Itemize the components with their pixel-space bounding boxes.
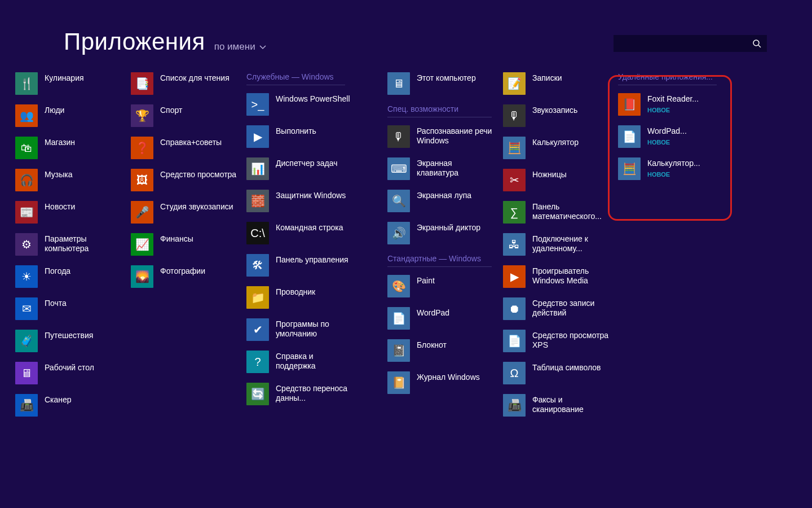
app-tile[interactable]: 📑Список для чтения bbox=[131, 72, 246, 104]
app-label: Проводник bbox=[276, 287, 315, 297]
app-tile[interactable]: 🧳Путешествия bbox=[15, 330, 131, 362]
app-tile[interactable]: 👥Люди bbox=[15, 104, 131, 137]
app-label: Экранная лупа bbox=[417, 191, 471, 200]
highlight-box bbox=[608, 75, 732, 221]
sort-label: по имени bbox=[214, 41, 255, 52]
app-tile[interactable]: ⌨Экранная клавиатура bbox=[387, 157, 503, 190]
app-icon: ❓ bbox=[131, 137, 153, 159]
app-tile[interactable]: ▶Выполнить bbox=[246, 125, 387, 157]
app-label: Новости bbox=[45, 202, 75, 212]
app-tile[interactable]: 🖥Этот компьютер bbox=[387, 72, 503, 104]
app-icon: 📄 bbox=[503, 330, 526, 352]
app-tile[interactable]: 🖼Средство просмотра bbox=[131, 169, 246, 201]
app-label: Ножницы bbox=[532, 170, 567, 179]
app-icon: 🧳 bbox=[15, 330, 38, 352]
app-tile[interactable]: 📠Сканер bbox=[15, 394, 131, 426]
app-tile[interactable]: >_Windows PowerShell bbox=[246, 93, 387, 125]
app-label: Почта bbox=[45, 299, 67, 308]
app-tile[interactable]: 🎙Звукозапись bbox=[503, 104, 616, 137]
chevron-down-icon bbox=[259, 43, 267, 51]
app-tile[interactable]: 🧱Защитник Windows bbox=[246, 190, 387, 222]
app-tile[interactable]: 📰Новости bbox=[15, 201, 131, 233]
app-tile[interactable]: 🍴Кулинария bbox=[15, 72, 131, 104]
app-tile[interactable]: 📝Записки bbox=[503, 72, 616, 104]
app-icon: 🖼 bbox=[131, 169, 153, 191]
app-label: Спорт bbox=[160, 106, 182, 115]
app-icon: 🌄 bbox=[131, 265, 153, 288]
app-label: Командная строка bbox=[276, 223, 343, 233]
app-tile[interactable]: ⏺Средство записи действий bbox=[503, 297, 616, 330]
app-icon: 🔄 bbox=[246, 383, 269, 405]
app-label: Музыка bbox=[45, 170, 73, 179]
app-icon: ⚙ bbox=[15, 233, 38, 256]
app-icon: ▶ bbox=[503, 265, 526, 288]
sort-dropdown[interactable]: по имени bbox=[214, 41, 267, 52]
app-icon: Ω bbox=[503, 362, 526, 384]
app-tile[interactable]: 📄WordPad bbox=[387, 307, 503, 339]
app-label: Звукозапись bbox=[532, 106, 577, 115]
app-tile[interactable]: 🛍Магазин bbox=[15, 137, 131, 169]
page-title: Приложения bbox=[64, 28, 205, 55]
app-label: Записки bbox=[532, 73, 562, 83]
app-tile[interactable]: ?Справка и поддержка bbox=[246, 351, 387, 383]
app-tile[interactable]: 🛠Панель управления bbox=[246, 254, 387, 286]
app-icon: ? bbox=[246, 351, 269, 373]
app-tile[interactable]: 🎙Распознавание речи Windows bbox=[387, 125, 503, 157]
app-tile[interactable]: 📄Средство просмотра XPS bbox=[503, 330, 616, 362]
app-tile[interactable]: 📠Факсы и сканирование bbox=[503, 394, 616, 426]
app-tile[interactable]: 🔍Экранная лупа bbox=[387, 190, 503, 222]
app-icon: ✔ bbox=[246, 318, 269, 341]
app-tile[interactable]: 🧮Калькулятор bbox=[503, 137, 616, 169]
app-tile[interactable]: 🎧Музыка bbox=[15, 169, 131, 201]
app-tile[interactable]: 🔄Средство переноса данны... bbox=[246, 383, 387, 415]
app-tile[interactable]: C:\Командная строка bbox=[246, 222, 387, 254]
app-icon: 🎧 bbox=[15, 169, 38, 191]
app-tile[interactable]: ∑Панель математического... bbox=[503, 201, 616, 233]
app-tile[interactable]: 🎨Paint bbox=[387, 275, 503, 307]
app-label: Программы по умолчанию bbox=[276, 319, 355, 339]
app-tile[interactable]: ✉Почта bbox=[15, 297, 131, 330]
search-input[interactable] bbox=[614, 35, 767, 52]
app-tile[interactable]: ☀Погода bbox=[15, 265, 131, 297]
app-tile[interactable]: 📔Журнал Windows bbox=[387, 371, 503, 404]
app-icon: 📔 bbox=[387, 371, 410, 394]
app-label: Журнал Windows bbox=[417, 373, 480, 382]
app-icon: 📰 bbox=[15, 201, 38, 224]
app-label: Этот компьютер bbox=[417, 73, 476, 83]
app-label: Paint bbox=[417, 276, 435, 286]
app-tile[interactable]: ✔Программы по умолчанию bbox=[246, 318, 387, 351]
app-icon: 🧱 bbox=[246, 190, 269, 212]
app-tile[interactable]: 🖧Подключение к удаленному... bbox=[503, 233, 616, 265]
app-icon: 🖥 bbox=[387, 72, 410, 95]
app-icon: 🎙 bbox=[387, 125, 410, 148]
app-label: Панель математического... bbox=[532, 202, 611, 221]
app-label: Люди bbox=[45, 106, 64, 115]
app-tile[interactable]: ⚙Параметры компьютера bbox=[15, 233, 131, 265]
app-icon: ✉ bbox=[15, 297, 38, 320]
app-tile[interactable]: 📓Блокнот bbox=[387, 339, 503, 371]
app-tile[interactable]: 📈Финансы bbox=[131, 233, 246, 265]
app-tile[interactable]: ❓Справка+советы bbox=[131, 137, 246, 169]
app-label: Кулинария bbox=[45, 73, 84, 83]
app-icon: ▶ bbox=[246, 125, 269, 148]
app-tile[interactable]: ✂Ножницы bbox=[503, 169, 616, 201]
app-tile[interactable]: 🖥Рабочий стол bbox=[15, 362, 131, 394]
app-tile[interactable]: 📊Диспетчер задач bbox=[246, 157, 387, 190]
app-tile[interactable]: 🔊Экранный диктор bbox=[387, 222, 503, 254]
app-label: Список для чтения bbox=[160, 73, 230, 83]
app-label: Подключение к удаленному... bbox=[532, 234, 611, 253]
app-tile[interactable]: 🏆Спорт bbox=[131, 104, 246, 137]
app-tile[interactable]: 🌄Фотографии bbox=[131, 265, 246, 297]
app-label: Финансы bbox=[160, 234, 193, 244]
app-tile[interactable]: ΩТаблица символов bbox=[503, 362, 616, 394]
app-label: Магазин bbox=[45, 138, 75, 147]
group-header-access: Спец. возможности bbox=[387, 104, 492, 117]
app-tile[interactable]: ▶Проигрыватель Windows Media bbox=[503, 265, 616, 297]
app-label: Выполнить bbox=[276, 126, 316, 136]
app-icon: 📁 bbox=[246, 286, 269, 309]
app-tile[interactable]: 📁Проводник bbox=[246, 286, 387, 318]
app-tile[interactable]: 🎤Студия звукозаписи bbox=[131, 201, 246, 233]
app-label: Панель управления bbox=[276, 255, 348, 265]
app-icon: 📠 bbox=[503, 394, 526, 417]
app-label: Рабочий стол bbox=[45, 363, 94, 373]
